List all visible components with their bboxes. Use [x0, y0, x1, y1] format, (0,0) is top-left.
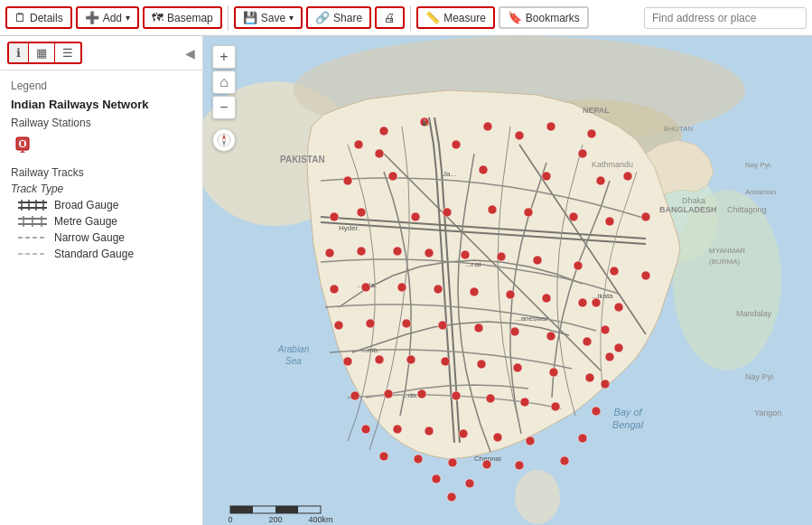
- svg-point-69: [524, 208, 533, 217]
- svg-rect-2: [21, 141, 24, 146]
- svg-point-73: [357, 247, 366, 256]
- svg-point-56: [578, 149, 587, 158]
- svg-text:MYANMAR: MYANMAR: [709, 247, 746, 255]
- print-icon: 🖨: [384, 11, 396, 24]
- broad-gauge-label: Broad Gauge: [54, 199, 118, 211]
- toolbar-divider-2: [410, 5, 411, 31]
- svg-point-96: [510, 327, 519, 336]
- svg-point-91: [334, 321, 343, 330]
- measure-icon: 📏: [425, 11, 440, 24]
- measure-label: Measure: [443, 12, 486, 24]
- metre-gauge-label: Metre Gauge: [54, 215, 117, 228]
- track-type-label: Track Type: [11, 183, 191, 195]
- details-button[interactable]: 🗒 Details: [5, 6, 72, 29]
- svg-point-127: [483, 122, 492, 131]
- tab-list[interactable]: ☰: [55, 43, 80, 62]
- svg-point-95: [474, 323, 483, 333]
- map-container: Bay of Bengal Arabian Sea PAKISTAN NEPAL…: [203, 36, 812, 525]
- svg-point-106: [549, 368, 558, 377]
- svg-point-105: [513, 363, 522, 372]
- svg-point-78: [533, 256, 542, 265]
- print-button[interactable]: 🖨: [375, 6, 405, 29]
- svg-point-140: [560, 456, 569, 465]
- zoom-out-button[interactable]: −: [212, 96, 236, 119]
- svg-point-122: [414, 455, 423, 464]
- svg-point-83: [361, 283, 370, 292]
- svg-rect-142: [230, 506, 253, 513]
- share-icon: 🔗: [315, 11, 330, 24]
- narrow-gauge-label: Narrow Gauge: [54, 231, 125, 244]
- svg-point-123: [448, 458, 457, 467]
- save-button[interactable]: 💾 Save ▾: [234, 6, 303, 29]
- svg-text:Ja...: Ja...: [443, 170, 456, 178]
- svg-point-119: [493, 433, 502, 442]
- svg-point-139: [578, 434, 587, 443]
- svg-text:BANGLADESH: BANGLADESH: [659, 205, 717, 214]
- panel-collapse-arrow[interactable]: ◀: [185, 46, 195, 61]
- tab-layers[interactable]: ▦: [29, 43, 55, 62]
- home-button[interactable]: ⌂: [212, 70, 236, 94]
- svg-point-54: [452, 140, 461, 149]
- basemap-button[interactable]: 🗺 Basemap: [143, 6, 222, 29]
- track-item-standard: Standard Gauge: [11, 248, 191, 260]
- svg-point-87: [506, 290, 515, 299]
- svg-text:0: 0: [228, 515, 232, 524]
- bookmarks-label: Bookmarks: [526, 12, 580, 24]
- svg-marker-148: [222, 134, 226, 140]
- svg-point-62: [596, 176, 605, 185]
- svg-point-88: [542, 294, 551, 303]
- svg-point-130: [354, 140, 363, 149]
- svg-point-71: [605, 217, 614, 226]
- left-panel: ℹ ▦ ☰ ◀ Legend Indian Railways Network R…: [0, 36, 203, 525]
- svg-point-23: [515, 470, 560, 524]
- svg-point-77: [497, 252, 506, 261]
- add-button[interactable]: ➕ Add ▾: [76, 6, 139, 29]
- map-area[interactable]: Bay of Bengal Arabian Sea PAKISTAN NEPAL…: [203, 36, 812, 525]
- metre-gauge-icon: [18, 216, 47, 227]
- svg-text:NEPAL: NEPAL: [583, 106, 610, 115]
- toolbar-divider-1: [228, 5, 229, 31]
- svg-point-93: [402, 319, 411, 328]
- svg-point-89: [578, 298, 587, 307]
- svg-point-92: [366, 319, 375, 328]
- svg-point-131: [432, 474, 441, 483]
- station-map-icon: [14, 135, 31, 155]
- bookmarks-button[interactable]: 🔖 Bookmarks: [499, 6, 589, 29]
- tab-info[interactable]: ℹ: [9, 43, 29, 62]
- svg-point-63: [641, 212, 650, 221]
- svg-text:400km: 400km: [308, 515, 332, 524]
- svg-point-103: [441, 357, 450, 366]
- svg-point-60: [479, 165, 488, 174]
- svg-point-126: [379, 127, 388, 136]
- svg-text:200: 200: [268, 515, 282, 524]
- svg-point-53: [375, 149, 384, 158]
- svg-text:Mandalay: Mandalay: [736, 309, 772, 318]
- legend-content: Legend Indian Railways Network Railway S…: [0, 70, 202, 525]
- compass-button[interactable]: [212, 128, 236, 152]
- svg-text:(BURMA): (BURMA): [709, 258, 741, 266]
- svg-point-86: [470, 287, 479, 296]
- svg-point-120: [526, 436, 535, 445]
- svg-point-135: [601, 325, 610, 334]
- toolbar: 🗒 Details ➕ Add ▾ 🗺 Basemap 💾 Save ▾ 🔗 S…: [0, 0, 812, 36]
- share-label: Share: [333, 12, 362, 24]
- svg-point-75: [425, 248, 434, 258]
- basemap-label: Basemap: [167, 12, 213, 24]
- zoom-in-button[interactable]: +: [212, 45, 236, 69]
- svg-point-134: [592, 298, 601, 307]
- svg-point-117: [425, 427, 434, 436]
- search-input[interactable]: [644, 7, 807, 29]
- add-label: Add: [103, 12, 122, 24]
- svg-point-55: [515, 131, 524, 140]
- svg-point-58: [343, 176, 352, 185]
- share-button[interactable]: 🔗 Share: [306, 6, 371, 29]
- measure-button[interactable]: 📏 Measure: [416, 6, 495, 29]
- svg-point-98: [583, 337, 592, 346]
- svg-point-81: [641, 271, 650, 280]
- svg-point-80: [610, 267, 619, 276]
- svg-point-114: [551, 402, 560, 411]
- svg-point-82: [330, 285, 339, 294]
- svg-point-138: [592, 407, 601, 416]
- svg-point-61: [542, 172, 551, 181]
- compass-icon: [217, 133, 231, 147]
